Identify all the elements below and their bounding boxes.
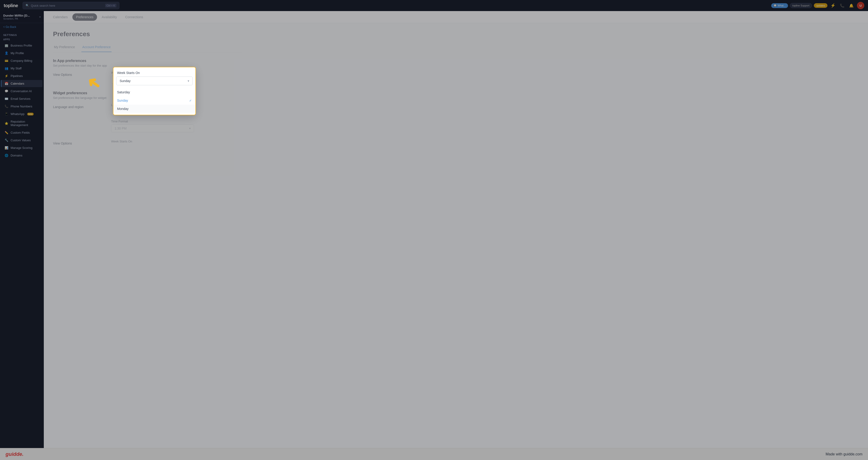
week-starts-dropdown: Week Starts On Sunday ▾ Saturday Sunday … [113,67,196,115]
dropdown-list: Saturday Sunday ✓ Monday [114,87,195,115]
dropdown-item-monday[interactable]: Monday [114,104,195,113]
check-icon: ✓ [189,99,192,102]
chevron-down-icon: ▾ [188,79,189,83]
modal-overlay[interactable]: ➜ Week Starts On Sunday ▾ Saturday Sunda… [0,0,868,460]
dropdown-trigger[interactable]: Sunday ▾ [116,76,193,85]
dropdown-item-sunday[interactable]: Sunday ✓ [114,96,195,104]
dropdown-selected-value: Sunday [120,79,130,83]
dropdown-header: Week Starts On [114,67,195,76]
dropdown-item-saturday[interactable]: Saturday [114,88,195,96]
arrow-annotation: ➜ [84,71,105,95]
